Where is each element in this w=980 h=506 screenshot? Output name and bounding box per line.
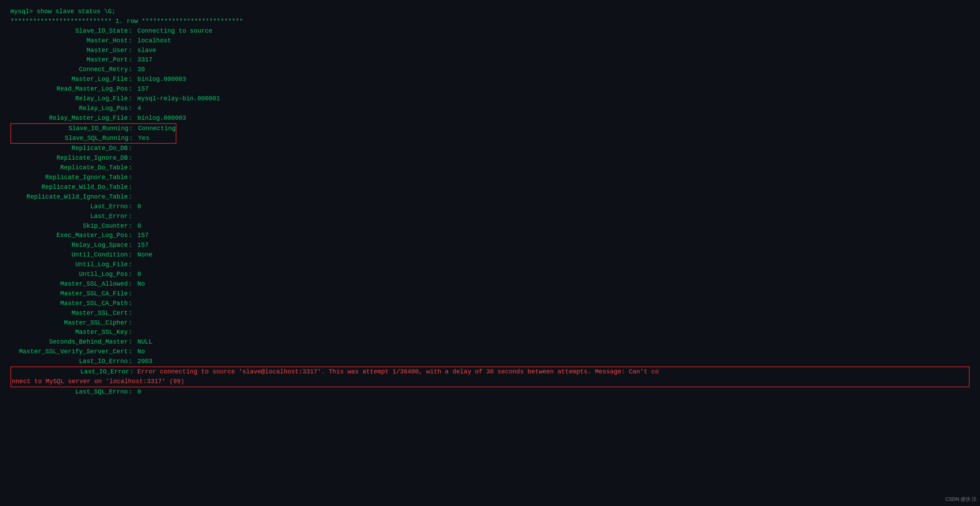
prompt-text: mysql> show slave status \G;: [10, 7, 115, 17]
field-line-relay-log-pos: Relay_Log_Pos: 4: [10, 104, 970, 114]
field-line-master-user: Master_User: slave: [10, 46, 970, 56]
terminal: mysql> show slave status \G; ***********…: [0, 0, 980, 404]
field-line-master-ssl-cipher: Master_SSL_Cipher:: [10, 318, 970, 328]
field-line-last-sql-errno: Last_SQL_Errno: 0: [10, 387, 970, 397]
field-line-replicate-do-table: Replicate_Do_Table:: [10, 163, 970, 173]
separator-line: *************************** 1. row *****…: [10, 17, 970, 26]
field-line-master-log-file: Master_Log_File: binlog.000003: [10, 75, 970, 84]
field-line-master-ssl-verify-server-cert: Master_SSL_Verify_Server_Cert: No: [10, 347, 970, 357]
field-line-until-condition: Until_Condition: None: [10, 250, 970, 260]
field-line-replicate-ignore-table: Replicate_Ignore_Table:: [10, 173, 970, 182]
fields-container: Slave_IO_State: Connecting to sourceMast…: [10, 26, 970, 397]
field-line-replicate-wild-do-table: Replicate_Wild_Do_Table:: [10, 182, 970, 192]
field-line-skip-counter: Skip_Counter: 0: [10, 221, 970, 231]
field-line-master-ssl-ca-file: Master_SSL_CA_File:: [10, 289, 970, 299]
field-line-master-ssl-ca-path: Master_SSL_CA_Path:: [10, 299, 970, 309]
last-io-error-line: Last_IO_Error: Error connecting to sourc…: [12, 367, 968, 377]
field-line-last-error: Last_Error:: [10, 212, 970, 221]
field-line-read-master-log-pos: Read_Master_Log_Pos: 157: [10, 84, 970, 94]
last-io-error-continuation-line: nnect to MySQL server on 'localhost:3317…: [12, 377, 968, 387]
field-line-relay-master-log-file: Relay_Master_Log_File: binlog.000003: [10, 114, 970, 123]
field-line-relay-log-space: Relay_Log_Space: 157: [10, 241, 970, 250]
slave-sql-running-line: Slave_SQL_Running: Yes: [11, 133, 176, 143]
field-line-relay-log-file: Relay_Log_File: mysql-relay-bin.000001: [10, 94, 970, 104]
csdn-badge: CSDN @沃·汪: [945, 496, 977, 503]
field-line-until-log-file: Until_Log_File:: [10, 260, 970, 270]
field-line-replicate-ignore-db: Replicate_Ignore_DB:: [10, 153, 970, 163]
prompt-line: mysql> show slave status \G;: [10, 7, 970, 17]
field-line-master-ssl-key: Master_SSL_Key:: [10, 328, 970, 337]
field-line-exec-master-log-pos: Exec_Master_Log_Pos: 157: [10, 231, 970, 241]
field-line-master-port: Master_Port: 3317: [10, 55, 970, 65]
field-line-replicate-wild-ignore-table: Replicate_Wild_Ignore_Table:: [10, 192, 970, 202]
field-line-connect-retry: Connect_Retry: 30: [10, 65, 970, 75]
field-line-master-ssl-cert: Master_SSL_Cert:: [10, 309, 970, 318]
field-line-last-errno: Last_Errno: 0: [10, 202, 970, 212]
field-line-seconds-behind-master: Seconds_Behind_Master: NULL: [10, 337, 970, 347]
field-line-until-log-pos: Until_Log_Pos: 0: [10, 270, 970, 279]
field-line-last-io-errno: Last_IO_Errno: 2003: [10, 357, 970, 366]
field-line-master-ssl-allowed: Master_SSL_Allowed: No: [10, 279, 970, 289]
field-line-slave-io-state: Slave_IO_State: Connecting to source: [10, 26, 970, 36]
separator-text: *************************** 1. row *****…: [10, 17, 243, 26]
field-line-replicate-do-db: Replicate_Do_DB:: [10, 144, 970, 153]
slave-io-running-line: Slave_IO_Running: Connecting: [11, 124, 176, 133]
field-line-master-host: Master_Host: localhost: [10, 36, 970, 46]
